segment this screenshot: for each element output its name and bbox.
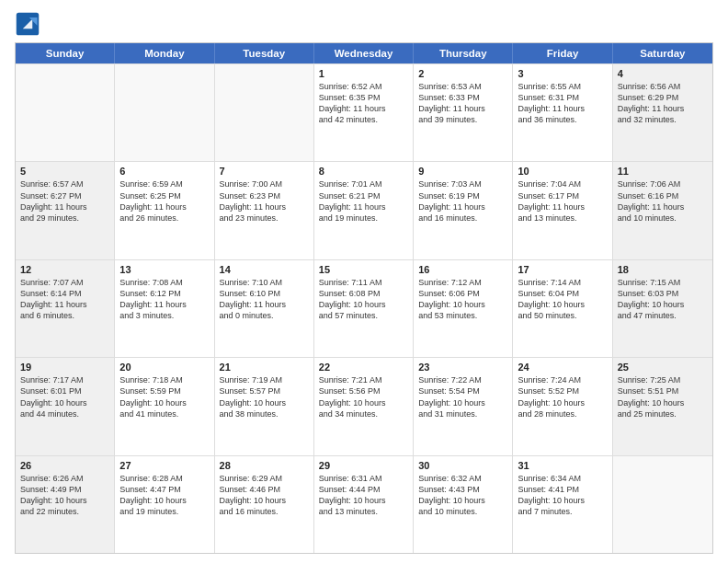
calendar-cell: 30Sunrise: 6:32 AM Sunset: 4:43 PM Dayli… — [414, 456, 513, 553]
cell-info: Sunrise: 7:24 AM Sunset: 5:52 PM Dayligh… — [518, 374, 607, 419]
calendar-cell: 21Sunrise: 7:19 AM Sunset: 5:57 PM Dayli… — [215, 358, 314, 454]
day-number: 8 — [319, 166, 408, 177]
cell-info: Sunrise: 7:12 AM Sunset: 6:06 PM Dayligh… — [418, 277, 507, 322]
calendar-cell: 22Sunrise: 7:21 AM Sunset: 5:56 PM Dayli… — [314, 358, 414, 454]
day-number: 19 — [20, 362, 109, 373]
calendar-row: 19Sunrise: 7:17 AM Sunset: 6:01 PM Dayli… — [16, 357, 712, 454]
logo-icon — [15, 11, 40, 37]
cell-info: Sunrise: 7:11 AM Sunset: 6:08 PM Dayligh… — [319, 277, 408, 322]
day-number: 9 — [418, 166, 507, 177]
day-number: 13 — [119, 264, 209, 275]
cell-info: Sunrise: 7:18 AM Sunset: 5:59 PM Dayligh… — [119, 374, 209, 419]
day-number: 17 — [518, 264, 607, 275]
calendar-row: 1Sunrise: 6:52 AM Sunset: 6:35 PM Daylig… — [16, 63, 712, 161]
calendar-header: SundayMondayTuesdayWednesdayThursdayFrid… — [16, 43, 712, 63]
calendar-cell: 11Sunrise: 7:06 AM Sunset: 6:16 PM Dayli… — [613, 162, 712, 259]
cell-info: Sunrise: 6:31 AM Sunset: 4:44 PM Dayligh… — [319, 473, 408, 518]
day-number: 15 — [319, 264, 408, 275]
day-number: 21 — [220, 362, 309, 373]
weekday-header: Saturday — [613, 43, 712, 63]
calendar-cell: 16Sunrise: 7:12 AM Sunset: 6:06 PM Dayli… — [414, 260, 513, 357]
calendar-cell — [613, 456, 712, 553]
cell-info: Sunrise: 7:04 AM Sunset: 6:17 PM Dayligh… — [518, 178, 607, 224]
calendar-row: 26Sunrise: 6:26 AM Sunset: 4:49 PM Dayli… — [16, 455, 712, 553]
calendar-cell: 8Sunrise: 7:01 AM Sunset: 6:21 PM Daylig… — [314, 162, 414, 259]
calendar-cell: 9Sunrise: 7:03 AM Sunset: 6:19 PM Daylig… — [414, 162, 513, 259]
calendar-cell: 14Sunrise: 7:10 AM Sunset: 6:10 PM Dayli… — [215, 260, 314, 357]
weekday-header: Sunday — [16, 43, 115, 63]
day-number: 3 — [518, 68, 607, 79]
cell-info: Sunrise: 7:00 AM Sunset: 6:23 PM Dayligh… — [220, 178, 309, 224]
day-number: 5 — [20, 166, 109, 177]
calendar-cell — [115, 64, 214, 161]
calendar-cell: 7Sunrise: 7:00 AM Sunset: 6:23 PM Daylig… — [215, 162, 314, 259]
day-number: 24 — [518, 362, 607, 373]
cell-info: Sunrise: 7:08 AM Sunset: 6:12 PM Dayligh… — [119, 277, 209, 322]
cell-info: Sunrise: 6:59 AM Sunset: 6:25 PM Dayligh… — [119, 178, 209, 224]
day-number: 29 — [319, 460, 408, 471]
calendar-row: 12Sunrise: 7:07 AM Sunset: 6:14 PM Dayli… — [16, 259, 712, 357]
calendar-cell — [16, 64, 115, 161]
cell-info: Sunrise: 6:52 AM Sunset: 6:35 PM Dayligh… — [319, 81, 408, 126]
calendar-cell: 31Sunrise: 6:34 AM Sunset: 4:41 PM Dayli… — [513, 456, 612, 553]
cell-info: Sunrise: 7:22 AM Sunset: 5:54 PM Dayligh… — [418, 374, 507, 419]
calendar-cell: 1Sunrise: 6:52 AM Sunset: 6:35 PM Daylig… — [314, 64, 414, 161]
calendar-cell: 10Sunrise: 7:04 AM Sunset: 6:17 PM Dayli… — [513, 162, 612, 259]
weekday-header: Friday — [513, 43, 612, 63]
calendar-cell: 12Sunrise: 7:07 AM Sunset: 6:14 PM Dayli… — [16, 260, 115, 357]
day-number: 30 — [418, 460, 507, 471]
day-number: 2 — [418, 68, 507, 79]
calendar-cell: 15Sunrise: 7:11 AM Sunset: 6:08 PM Dayli… — [314, 260, 414, 357]
cell-info: Sunrise: 7:15 AM Sunset: 6:03 PM Dayligh… — [618, 277, 708, 322]
day-number: 11 — [618, 166, 708, 177]
cell-info: Sunrise: 6:56 AM Sunset: 6:29 PM Dayligh… — [618, 81, 708, 126]
cell-info: Sunrise: 6:57 AM Sunset: 6:27 PM Dayligh… — [20, 178, 109, 224]
day-number: 18 — [618, 264, 708, 275]
cell-info: Sunrise: 6:29 AM Sunset: 4:46 PM Dayligh… — [220, 473, 309, 518]
calendar-cell: 25Sunrise: 7:25 AM Sunset: 5:51 PM Dayli… — [613, 358, 712, 454]
cell-info: Sunrise: 6:55 AM Sunset: 6:31 PM Dayligh… — [518, 81, 607, 126]
calendar-cell: 29Sunrise: 6:31 AM Sunset: 4:44 PM Dayli… — [314, 456, 414, 553]
cell-info: Sunrise: 7:21 AM Sunset: 5:56 PM Dayligh… — [319, 374, 408, 419]
day-number: 4 — [618, 68, 708, 79]
calendar: SundayMondayTuesdayWednesdayThursdayFrid… — [15, 42, 713, 554]
calendar-cell: 19Sunrise: 7:17 AM Sunset: 6:01 PM Dayli… — [16, 358, 115, 454]
cell-info: Sunrise: 7:01 AM Sunset: 6:21 PM Dayligh… — [319, 178, 408, 224]
day-number: 6 — [119, 166, 209, 177]
calendar-cell: 18Sunrise: 7:15 AM Sunset: 6:03 PM Dayli… — [613, 260, 712, 357]
calendar-body: 1Sunrise: 6:52 AM Sunset: 6:35 PM Daylig… — [16, 63, 712, 553]
cell-info: Sunrise: 7:17 AM Sunset: 6:01 PM Dayligh… — [20, 374, 109, 419]
day-number: 12 — [20, 264, 109, 275]
cell-info: Sunrise: 7:10 AM Sunset: 6:10 PM Dayligh… — [220, 277, 309, 322]
cell-info: Sunrise: 7:06 AM Sunset: 6:16 PM Dayligh… — [618, 178, 708, 224]
cell-info: Sunrise: 7:03 AM Sunset: 6:19 PM Dayligh… — [418, 178, 507, 224]
weekday-header: Monday — [115, 43, 214, 63]
day-number: 22 — [319, 362, 408, 373]
weekday-header: Wednesday — [314, 43, 414, 63]
logo — [15, 11, 42, 37]
calendar-cell: 24Sunrise: 7:24 AM Sunset: 5:52 PM Dayli… — [513, 358, 612, 454]
cell-info: Sunrise: 6:28 AM Sunset: 4:47 PM Dayligh… — [119, 473, 209, 518]
calendar-cell: 3Sunrise: 6:55 AM Sunset: 6:31 PM Daylig… — [513, 64, 612, 161]
calendar-cell: 6Sunrise: 6:59 AM Sunset: 6:25 PM Daylig… — [115, 162, 214, 259]
calendar-row: 5Sunrise: 6:57 AM Sunset: 6:27 PM Daylig… — [16, 161, 712, 259]
day-number: 16 — [418, 264, 507, 275]
cell-info: Sunrise: 7:19 AM Sunset: 5:57 PM Dayligh… — [220, 374, 309, 419]
day-number: 14 — [220, 264, 309, 275]
day-number: 23 — [418, 362, 507, 373]
calendar-cell: 26Sunrise: 6:26 AM Sunset: 4:49 PM Dayli… — [16, 456, 115, 553]
day-number: 20 — [119, 362, 209, 373]
cell-info: Sunrise: 6:26 AM Sunset: 4:49 PM Dayligh… — [20, 473, 109, 518]
cell-info: Sunrise: 6:34 AM Sunset: 4:41 PM Dayligh… — [518, 473, 607, 518]
calendar-cell: 23Sunrise: 7:22 AM Sunset: 5:54 PM Dayli… — [414, 358, 513, 454]
calendar-cell: 5Sunrise: 6:57 AM Sunset: 6:27 PM Daylig… — [16, 162, 115, 259]
weekday-header: Thursday — [414, 43, 513, 63]
day-number: 7 — [220, 166, 309, 177]
day-number: 1 — [319, 68, 408, 79]
calendar-cell: 13Sunrise: 7:08 AM Sunset: 6:12 PM Dayli… — [115, 260, 214, 357]
day-number: 10 — [518, 166, 607, 177]
weekday-header: Tuesday — [215, 43, 314, 63]
day-number: 27 — [119, 460, 209, 471]
day-number: 26 — [20, 460, 109, 471]
calendar-cell: 20Sunrise: 7:18 AM Sunset: 5:59 PM Dayli… — [115, 358, 214, 454]
